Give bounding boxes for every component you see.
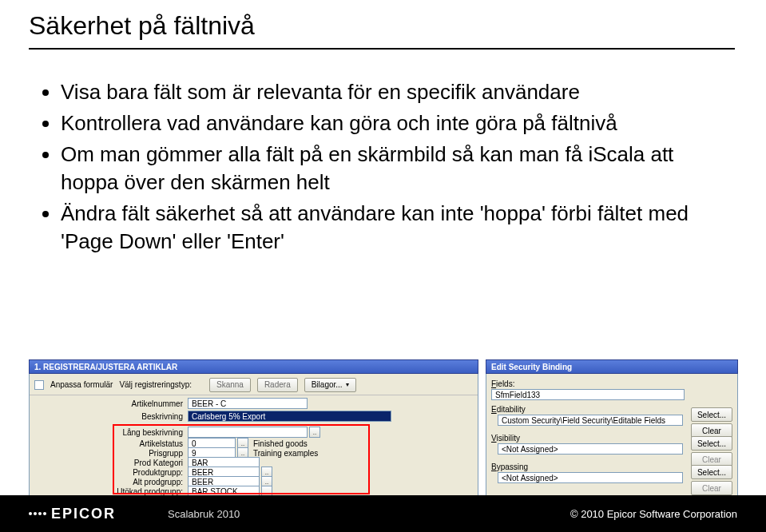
langbeskr-input[interactable] — [188, 427, 308, 438]
bypassing-select-button[interactable]: Select... — [691, 465, 732, 479]
bypassing-clear-button[interactable]: Clear — [691, 481, 732, 495]
bullet-item: Kontrollera vad användare kan göra och i… — [61, 109, 725, 137]
bullet-item: Ändra fält säkerhet så att användare kan… — [61, 200, 725, 256]
bullet-list: Visa bara fält som är relevanta för en s… — [38, 78, 725, 260]
customize-form-label: Anpassa formulär — [50, 380, 113, 389]
editability-value: Custom Security\Field Security\Editable … — [498, 415, 683, 426]
attachments-button-label: Bilagor... — [312, 380, 343, 389]
langbeskr-browse-button[interactable]: .. — [309, 427, 320, 438]
article-form-toolbar: Anpassa formulär Välj registreringstyp: … — [30, 375, 478, 395]
fields-label: Fields: — [491, 379, 514, 388]
langbeskr-label: Lång beskrivning — [106, 428, 188, 437]
article-form-titlebar: 1. REGISTRERA/JUSTERA ARTIKLAR — [29, 359, 478, 374]
fields-input[interactable]: SfmField133 — [491, 389, 685, 400]
scan-button[interactable]: Skanna — [209, 378, 251, 392]
bullet-item: Om man gömmer alla fält på en skärmbild … — [61, 141, 725, 197]
visibility-select-button[interactable]: Select... — [691, 436, 732, 451]
bypassing-label: Bypassing — [491, 463, 528, 471]
editability-label: Editability — [491, 405, 526, 414]
slide-footer: EPICOR Scalabruk 2010 © 2010 Epicor Soft… — [0, 495, 766, 532]
epicor-logo: EPICOR — [29, 506, 116, 522]
prisgrupp-detail: Training examples — [248, 449, 336, 458]
title-underline — [29, 48, 735, 50]
visibility-label: Visibility — [491, 434, 520, 443]
footer-center: Scalabruk 2010 — [168, 508, 240, 520]
delete-button[interactable]: Radera — [257, 378, 298, 392]
bullet-item: Visa bara fält som är relevanta för en s… — [61, 78, 725, 106]
bypassing-value: <Not Assigned> — [498, 472, 683, 483]
logo-text: EPICOR — [51, 506, 116, 522]
screenshots-strip: 1. REGISTRERA/JUSTERA ARTIKLAR Anpassa f… — [29, 359, 738, 497]
beskrivning-label: Beskrivning — [106, 412, 188, 421]
attachments-button[interactable]: Bilagor...▾ — [304, 378, 356, 392]
visibility-value: <Not Assigned> — [498, 443, 683, 455]
security-binding-titlebar: Edit Security Binding — [486, 359, 738, 374]
chevron-down-icon: ▾ — [346, 381, 349, 388]
utokprodgrupp-label: Utökad prodgrupp: — [106, 487, 188, 496]
regtype-label: Välj registreringstyp: — [119, 380, 192, 389]
security-binding-window: Edit Security Binding Fields: SfmField13… — [486, 359, 738, 497]
footer-copyright: © 2010 Epicor Software Corporation — [570, 508, 737, 520]
slide-title: Säkerhet på fältnivå — [29, 11, 255, 41]
artikelnummer-label: Artikelnummer — [106, 399, 188, 408]
logo-dots-icon — [29, 512, 46, 515]
beskrivning-input[interactable]: Carlsberg 5% Export — [188, 411, 391, 422]
editability-select-button[interactable]: Select... — [691, 407, 732, 422]
delete-button-label: Radera — [264, 380, 291, 389]
article-form-window: 1. REGISTRERA/JUSTERA ARTIKLAR Anpassa f… — [29, 359, 478, 497]
customize-form-checkbox[interactable] — [34, 380, 44, 390]
article-form-body: Artikelnummer BEER - C Beskrivning Carls… — [30, 395, 478, 498]
security-binding-body: Fields: SfmField133 Editability Custom S… — [486, 374, 738, 497]
artikelnummer-input[interactable]: BEER - C — [188, 398, 308, 409]
scan-button-label: Skanna — [216, 380, 244, 389]
slide: Säkerhet på fältnivå Visa bara fält som … — [0, 0, 766, 532]
